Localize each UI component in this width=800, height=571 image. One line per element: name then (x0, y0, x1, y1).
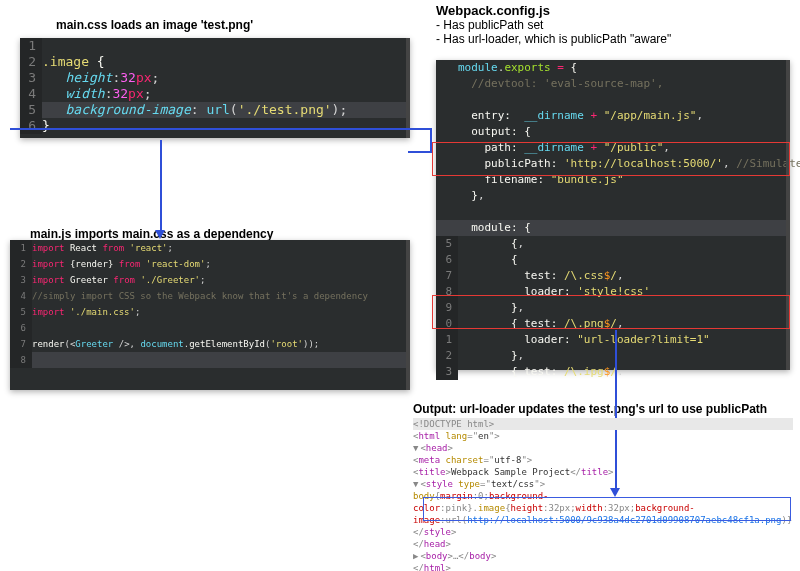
connector-h1b (408, 151, 432, 153)
code-line: output: { (436, 124, 790, 140)
devtools-line: <meta charset="utf-8"> (413, 454, 793, 466)
code-line: 7 test: /\.css$/, (436, 268, 790, 284)
caption-config-title: Webpack.config.js (436, 3, 550, 19)
devtools-line: </style> (413, 526, 793, 538)
devtools-output: <!DOCTYPE html><html lang="en"> ▼<head> … (413, 418, 793, 571)
devtools-line: ▼<style type="text/css"> (413, 478, 793, 490)
connector-h1 (10, 128, 432, 130)
scrollbar[interactable] (786, 60, 790, 370)
devtools-line: ▶<body>…</body> (413, 550, 793, 562)
devtools-line: image:url(http://localhost:5000/9c938a4d… (413, 514, 793, 526)
code-line: 8 loader: 'style!css' (436, 284, 790, 300)
code-line: }, (436, 188, 790, 204)
code-line: path: __dirname + "/public", (436, 140, 790, 156)
config-editor-pane: module.exports = { //devtool: 'eval-sour… (436, 60, 790, 370)
code-line: module: { (436, 220, 790, 236)
devtools-line: </head> (413, 538, 793, 550)
code-line: 3 height:32px; (20, 70, 410, 86)
js-editor-pane: 1import React from 'react';2import {rend… (10, 240, 410, 390)
code-line: 6 (10, 320, 410, 336)
devtools-line: color:pink}.image{height:32px;width:32px… (413, 502, 793, 514)
code-line: 1import React from 'react'; (10, 240, 410, 256)
devtools-line: <html lang="en"> (413, 430, 793, 442)
scrollbar[interactable] (406, 240, 410, 390)
code-line: 0 { test: /\.png$/, (436, 316, 790, 332)
code-line: module.exports = { (436, 60, 790, 76)
scrollbar[interactable] (406, 38, 410, 138)
connector-css-to-js (160, 140, 162, 232)
caption-output: Output: url-loader updates the test.png'… (413, 402, 767, 417)
code-line: 7render(<Greeter />, document.getElement… (10, 336, 410, 352)
code-line: 2.image { (20, 54, 410, 70)
code-line: 6} (20, 118, 410, 134)
connector-v1 (430, 128, 432, 153)
code-line: 3import Greeter from './Greeter'; (10, 272, 410, 288)
devtools-line: </html> (413, 562, 793, 571)
code-line (436, 92, 790, 108)
code-line (436, 204, 790, 220)
devtools-line: <!DOCTYPE html> (413, 418, 793, 430)
code-line: 5 background-image: url('./test.png'); (20, 102, 410, 118)
arrow-down-icon (155, 230, 165, 239)
devtools-line: <title>Webpack Sample Project</title> (413, 466, 793, 478)
caption-config-b2: - Has url-loader, which is publicPath "a… (436, 32, 671, 47)
css-editor-pane: 12.image {3 height:32px;4 width:32px;5 b… (20, 38, 410, 138)
code-line: 4 width:32px; (20, 86, 410, 102)
code-line: 8 (10, 352, 410, 368)
code-line: entry: __dirname + "/app/main.js", (436, 108, 790, 124)
code-line: 5import './main.css'; (10, 304, 410, 320)
devtools-line: body{margin:0;background- (413, 490, 793, 502)
caption-config-b1: - Has publicPath set (436, 18, 543, 33)
code-line: //devtool: 'eval-source-map', (436, 76, 790, 92)
code-line: 3 { test: /\.ipg$/. (436, 364, 790, 380)
code-line: 9 }, (436, 300, 790, 316)
code-line: 2 }, (436, 348, 790, 364)
code-line: 2import {render} from 'react-dom'; (10, 256, 410, 272)
caption-css: main.css loads an image 'test.png' (56, 18, 253, 33)
code-line: 1 loader: "url-loader?limit=1" (436, 332, 790, 348)
code-line: 1 (20, 38, 410, 54)
code-line: filename: "bundle.js" (436, 172, 790, 188)
code-line: 4//simply import CSS so the Webpack know… (10, 288, 410, 304)
code-line: publicPath: 'http://localhost:5000/', //… (436, 156, 790, 172)
devtools-line: ▼<head> (413, 442, 793, 454)
code-line: 5 {, (436, 236, 790, 252)
code-line: 6 { (436, 252, 790, 268)
